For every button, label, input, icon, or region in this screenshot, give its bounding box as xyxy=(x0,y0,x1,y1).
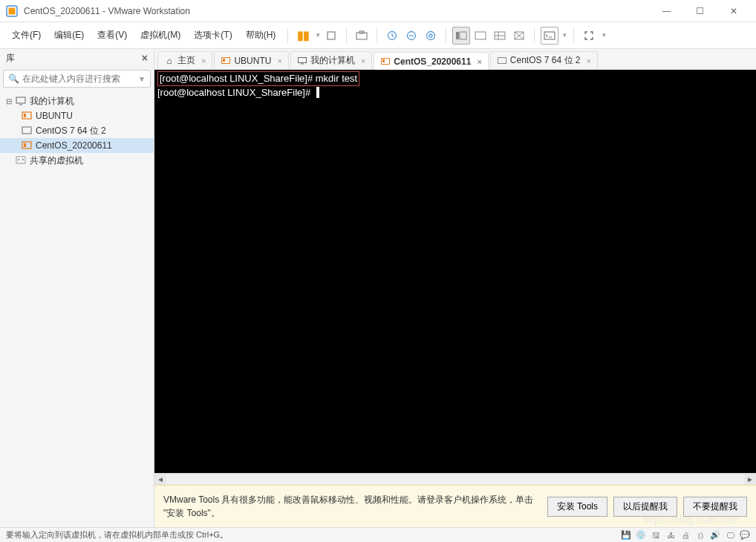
search-input[interactable] xyxy=(22,74,138,84)
snapshot-button[interactable] xyxy=(353,27,371,45)
shared-icon xyxy=(15,156,27,165)
chevron-down-icon[interactable]: ▼ xyxy=(601,32,607,39)
tree-vm-ubuntu[interactable]: UBUNTU xyxy=(0,108,154,123)
menu-view[interactable]: 查看(V) xyxy=(91,26,133,45)
scroll-left-icon[interactable]: ◄ xyxy=(154,474,166,486)
message-icon[interactable]: 💬 xyxy=(740,530,750,541)
tab-centos7[interactable]: CentOS 7 64 位 2 × xyxy=(490,51,598,69)
tree-shared-vms[interactable]: 共享的虚拟机 xyxy=(0,153,154,168)
tab-label: CentOS 7 64 位 2 xyxy=(510,54,581,67)
tab-close-icon[interactable]: × xyxy=(361,56,365,65)
terminal-highlight: [root@localhost LINUX_ShareFile]# mkdir … xyxy=(157,71,359,86)
horizontal-scrollbar[interactable]: ◄ ► xyxy=(154,473,756,485)
svg-rect-18 xyxy=(22,127,31,134)
svg-point-22 xyxy=(18,159,19,160)
vm-running-icon xyxy=(221,57,231,65)
remind-later-button[interactable]: 以后提醒我 xyxy=(613,497,677,517)
sidebar-close-button[interactable]: × xyxy=(142,52,148,64)
console-button[interactable] xyxy=(541,27,558,45)
tree-root-mycomputer[interactable]: ⊟ 我的计算机 xyxy=(0,94,154,108)
tree-vm-centos20200611[interactable]: CentOS_20200611 xyxy=(0,138,154,153)
tab-label: CentOS_20200611 xyxy=(394,56,471,67)
separator xyxy=(446,28,446,43)
close-button[interactable]: ✕ xyxy=(717,0,750,22)
tree-label: 我的计算机 xyxy=(30,95,148,108)
svg-rect-29 xyxy=(498,57,506,63)
vmware-tools-infobar: VMware Tools 具有很多功能，能改善鼠标移动性、视频和性能。请登录客户… xyxy=(154,485,756,527)
tab-centos20200611[interactable]: CentOS_20200611 × xyxy=(374,52,489,70)
menu-tabs[interactable]: 选项卡(T) xyxy=(188,26,238,45)
tool-clock2-icon[interactable] xyxy=(403,27,420,45)
view-mode1-button[interactable] xyxy=(452,27,470,45)
separator xyxy=(346,28,347,43)
view-mode3-button[interactable] xyxy=(491,27,509,45)
minimize-button[interactable]: — xyxy=(650,0,683,22)
tab-mycomputer[interactable]: 我的计算机 × xyxy=(290,51,372,69)
floppy-icon[interactable]: 🖫 xyxy=(651,530,661,541)
svg-rect-15 xyxy=(16,97,25,103)
main-layout: 库 × 🔍 ▼ ⊟ 我的计算机 UBUNTU CentOS 7 64 位 2 xyxy=(0,49,756,527)
titlebar: CentOS_20200611 - VMware Workstation — ☐… xyxy=(0,0,756,22)
tab-home[interactable]: ⌂ 主页 × xyxy=(157,51,212,69)
tab-close-icon[interactable]: × xyxy=(277,56,281,65)
disk-icon[interactable]: 💾 xyxy=(621,530,631,541)
menu-edit[interactable]: 编辑(E) xyxy=(48,26,90,45)
separator xyxy=(534,28,535,43)
terminal-cursor xyxy=(316,87,319,98)
chevron-down-icon[interactable]: ▼ xyxy=(561,32,567,39)
tab-close-icon[interactable]: × xyxy=(477,57,481,66)
terminal-prompt: [root@localhost LINUX_ShareFile]# xyxy=(160,73,313,84)
separator xyxy=(287,28,288,43)
content-area: ⌂ 主页 × UBUNTU × 我的计算机 × CentOS_20200611 … xyxy=(154,49,756,527)
tool-clock-icon[interactable] xyxy=(383,27,401,45)
svg-rect-19 xyxy=(22,142,31,148)
install-tools-button[interactable]: 安装 Tools xyxy=(547,497,607,517)
sound-icon[interactable]: 🔊 xyxy=(710,530,720,541)
svg-rect-10 xyxy=(460,32,466,39)
menu-file[interactable]: 文件(F) xyxy=(6,26,47,45)
svg-rect-26 xyxy=(298,57,306,62)
chevron-down-icon[interactable]: ▼ xyxy=(315,32,321,39)
search-dropdown-icon[interactable]: ▼ xyxy=(138,75,146,83)
tab-close-icon[interactable]: × xyxy=(587,56,591,65)
tab-ubuntu[interactable]: UBUNTU × xyxy=(214,51,288,69)
svg-rect-9 xyxy=(456,32,459,39)
menu-vm[interactable]: 虚拟机(M) xyxy=(134,26,186,45)
search-row: 🔍 ▼ xyxy=(0,67,154,91)
view-mode2-button[interactable] xyxy=(472,27,489,45)
scroll-right-icon[interactable]: ► xyxy=(744,474,756,486)
tree-label: UBUNTU xyxy=(36,111,148,121)
printer-icon[interactable]: 🖨 xyxy=(680,530,691,541)
collapse-icon[interactable]: ⊟ xyxy=(6,97,15,105)
cd-icon[interactable]: 💿 xyxy=(636,530,646,541)
dont-remind-button[interactable]: 不要提醒我 xyxy=(683,497,747,517)
pause-icon: ▮▮ xyxy=(297,28,309,42)
pause-button[interactable]: ▮▮ xyxy=(294,27,312,45)
svg-rect-2 xyxy=(328,32,335,39)
network-icon[interactable]: 🖧 xyxy=(665,530,676,541)
vm-tree: ⊟ 我的计算机 UBUNTU CentOS 7 64 位 2 CentOS_20… xyxy=(0,91,154,171)
tab-close-icon[interactable]: × xyxy=(201,56,206,65)
svg-point-7 xyxy=(427,31,435,39)
search-box[interactable]: 🔍 ▼ xyxy=(3,70,151,88)
tree-label: CentOS_20200611 xyxy=(36,140,148,151)
computer-icon xyxy=(15,97,27,105)
terminal-viewport[interactable]: [root@localhost LINUX_ShareFile]# mkdir … xyxy=(154,70,756,485)
tool-gear-icon[interactable] xyxy=(422,27,440,45)
display-icon[interactable]: 🖵 xyxy=(725,530,735,541)
menu-help[interactable]: 帮助(H) xyxy=(240,26,282,45)
stop-button[interactable] xyxy=(322,27,340,45)
sidebar-header: 库 × xyxy=(0,49,154,67)
maximize-button[interactable]: ☐ xyxy=(683,0,717,22)
scroll-track[interactable] xyxy=(166,474,744,486)
tab-label: 主页 xyxy=(177,54,195,67)
tree-label: 共享的虚拟机 xyxy=(30,154,148,167)
tree-vm-centos7[interactable]: CentOS 7 64 位 2 xyxy=(0,123,154,138)
usb-icon[interactable]: ⎙ xyxy=(695,530,706,541)
fullscreen-button[interactable] xyxy=(580,27,598,45)
tree-label: CentOS 7 64 位 2 xyxy=(36,125,148,137)
tab-label: 我的计算机 xyxy=(310,54,355,67)
window-title: CentOS_20200611 - VMware Workstation xyxy=(24,6,650,16)
svg-rect-25 xyxy=(223,59,225,62)
view-mode4-button[interactable] xyxy=(510,27,528,45)
